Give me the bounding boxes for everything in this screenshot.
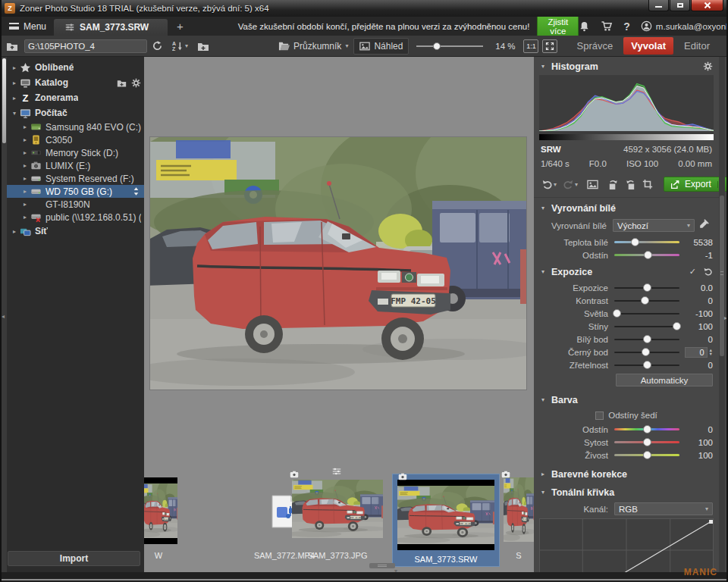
filmstrip-item-sam-3773-jpg[interactable]: SAM_3773.JPG	[292, 474, 383, 565]
exposure-enabled-check-icon[interactable]: ✓	[689, 267, 696, 277]
exposure-reset-icon[interactable]	[703, 267, 713, 277]
section-color-corrections-header[interactable]: ▸ Barevné korekce	[534, 466, 719, 482]
slider-thumb[interactable]	[613, 309, 621, 318]
slider-track[interactable]	[614, 326, 679, 327]
spinner-arrows-icon[interactable]: ▲▼	[709, 349, 713, 356]
slider-track[interactable]	[614, 300, 679, 302]
slider-thumb[interactable]	[643, 438, 651, 446]
maximize-button[interactable]	[670, 0, 690, 11]
tree-expand-arrow[interactable]: ▸	[10, 228, 19, 235]
slider-thumb[interactable]	[643, 361, 651, 369]
path-box[interactable]	[24, 39, 147, 53]
folder-plus-icon[interactable]	[117, 78, 127, 88]
grayscale-checkbox[interactable]	[595, 411, 604, 420]
sidebar-item-katalog[interactable]: ▸Katalog	[7, 75, 144, 90]
slider-track[interactable]	[614, 339, 679, 340]
sidebar-item-memory-stick-d[interactable]: ▸Memory Stick (D:)	[7, 146, 144, 159]
zoom-slider-thumb[interactable]	[433, 42, 441, 50]
sidebar-item-lumix-e[interactable]: ▸LUMIX (E:)	[7, 159, 144, 172]
slider-track[interactable]	[614, 287, 679, 289]
section-histogram-header[interactable]: ▾ Histogram	[534, 58, 719, 74]
section-white-balance-header[interactable]: ▾ Vyrovnání bílé	[534, 200, 719, 216]
path-input[interactable]	[28, 42, 145, 51]
tree-expand-arrow[interactable]: ▸	[10, 95, 19, 102]
slider-track[interactable]	[614, 454, 679, 456]
slider-track[interactable]	[614, 241, 679, 243]
tree-expand-arrow[interactable]: ▸	[20, 188, 30, 195]
main-photo-preview[interactable]	[150, 137, 526, 390]
tree-expand-arrow[interactable]: ▸	[10, 64, 19, 71]
trial-upgrade-button[interactable]: Zjistit více	[537, 15, 579, 38]
slider-track[interactable]	[614, 441, 679, 443]
import-button[interactable]: Import	[8, 551, 140, 566]
redo-button[interactable]: ▾	[561, 178, 579, 191]
preview-toggle[interactable]: Náhled	[353, 38, 409, 55]
main-menu-button[interactable]: Menu	[2, 17, 54, 36]
slider-thumb[interactable]	[631, 238, 639, 246]
sidebar-item-c3050[interactable]: ▸C3050	[7, 133, 144, 146]
tree-expand-arrow[interactable]: ▸	[20, 175, 30, 182]
tree-expand-arrow[interactable]: ▸	[20, 136, 30, 143]
filmstrip-item-s[interactable]: S	[504, 474, 534, 565]
tree-expand-arrow[interactable]: ▸	[20, 124, 30, 130]
section-color-header[interactable]: ▾ Barva	[534, 392, 719, 408]
sidebar-scrollbar-thumb[interactable]	[2, 58, 6, 143]
sidebar-item-zonerama[interactable]: ▸ZZonerama	[7, 90, 144, 105]
folder-up-icon[interactable]	[2, 40, 23, 52]
sidebar-item-po-ta[interactable]: ▾Počítač	[7, 105, 144, 120]
slider-track[interactable]	[614, 365, 679, 366]
section-tone-curve-header[interactable]: ▾ Tonální křivka	[534, 484, 719, 500]
tree-expand-arrow[interactable]: ▸	[20, 149, 30, 156]
account-menu[interactable]: m.surkala@oxyonline.cz ▾	[641, 20, 728, 32]
filmstrip-item-w[interactable]: W	[144, 474, 177, 565]
sidebar-collapse-arrow[interactable]: ◂	[2, 313, 5, 320]
sidebar-item-public-192-168-0-51-k[interactable]: ▸public (\\192.168.0.51) (K:)	[7, 211, 144, 224]
rotate-left-button[interactable]	[606, 178, 620, 191]
tree-expand-arrow[interactable]: ▾	[10, 110, 19, 117]
filmstrip-scrollbar-thumb[interactable]	[369, 563, 395, 568]
slider-thumb[interactable]	[644, 251, 652, 259]
module-editor[interactable]: Editor	[676, 37, 717, 55]
new-folder-icon[interactable]	[193, 40, 214, 52]
tree-expand-arrow[interactable]: ▸	[20, 201, 30, 208]
panel-scrollbar-thumb[interactable]	[720, 196, 724, 356]
slider-value-input[interactable]: 0	[685, 347, 708, 358]
compare-image-button[interactable]	[585, 178, 600, 191]
gear-icon[interactable]	[131, 78, 141, 88]
module-vyvolat[interactable]: Vyvolat	[623, 37, 673, 55]
updown-icon[interactable]	[131, 186, 141, 196]
slider-track[interactable]	[614, 428, 679, 430]
slider-thumb[interactable]	[643, 283, 651, 292]
sidebar-item-obl-ben[interactable]: ▸Oblíbené	[7, 60, 144, 75]
sidebar-item-samsung-840-evo-c[interactable]: ▸Samsung 840 EVO (C:)	[7, 120, 144, 133]
sidebar-item-s[interactable]: ▸Síť	[7, 224, 144, 239]
sort-icon[interactable]: ▾	[168, 40, 193, 52]
tone-curve-editor[interactable]	[539, 518, 714, 572]
slider-thumb[interactable]	[643, 425, 651, 433]
refresh-icon[interactable]	[147, 40, 168, 52]
filmstrip-item-selected[interactable]: SAM_3773.SRW	[392, 474, 500, 567]
auto-exposure-button[interactable]: Automaticky	[616, 374, 713, 386]
tab-sam-3773-srw[interactable]: SAM_3773.SRW	[54, 19, 168, 36]
notifications-bell-icon[interactable]	[579, 20, 590, 32]
zoom-fit-button[interactable]	[542, 39, 557, 53]
close-button[interactable]	[691, 0, 723, 11]
slider-thumb[interactable]	[673, 322, 681, 330]
module-spravce[interactable]: Správce	[570, 37, 621, 55]
zoom-one-to-one-button[interactable]: 1:1	[523, 39, 538, 53]
tree-expand-arrow[interactable]: ▸	[20, 214, 30, 221]
tree-expand-arrow[interactable]: ▸	[10, 80, 19, 86]
slider-thumb[interactable]	[643, 335, 651, 343]
wb-eyedropper-icon[interactable]	[695, 219, 713, 233]
browser-mode-dropdown[interactable]: Průzkumník ▾	[273, 38, 353, 54]
help-icon[interactable]: ?	[623, 20, 630, 33]
slider-thumb[interactable]	[642, 348, 650, 356]
slider-track[interactable]	[614, 352, 679, 353]
shop-cart-icon[interactable]	[601, 20, 613, 32]
sidebar-item-gt-i8190n[interactable]: ▸GT-I8190N	[7, 198, 144, 211]
slider-track[interactable]	[614, 313, 679, 314]
slider-thumb[interactable]	[641, 296, 649, 305]
crop-button[interactable]	[641, 178, 654, 190]
undo-button[interactable]: ▾	[540, 178, 558, 191]
sidebar-item-wd-750-gb-g[interactable]: ▸WD 750 GB (G:)	[7, 185, 144, 198]
